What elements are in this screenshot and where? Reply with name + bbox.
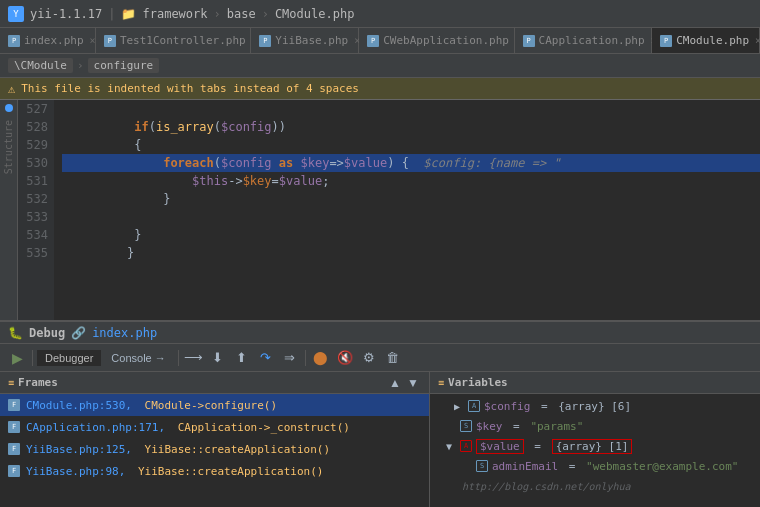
step-out-btn[interactable]: ⬆ [231,348,253,368]
frame-icon-0: F [8,399,20,411]
tabs-bar: P index.php × P Test1Controller.php × P … [0,28,760,54]
tab-icon-1: P [104,35,116,47]
frames-down-btn[interactable]: ▼ [405,375,421,391]
var-name-value: $value [476,439,524,454]
line-numbers: 527 528 529 530 531 532 533 534 535 [18,100,54,320]
debug-file: index.php [92,326,157,340]
frames-nav: ▲ ▼ [387,375,421,391]
frame-file-2: YiiBase.php:125, [26,443,139,456]
tab-index-php[interactable]: P index.php × [0,28,96,53]
sidebar-dot-0[interactable] [5,104,13,112]
tab-more[interactable]: P CModule.php × [652,28,760,53]
frame-file-0: CModule.php:530, [26,399,139,412]
breakpoints-btn[interactable]: ⬤ [310,348,332,368]
breadcrumb-framework: framework [142,7,207,21]
path-bar: \CModule › configure [0,54,760,78]
debug-toolbar: ▶ Debugger Console → ⟶ ⬇ ⬆ ↷ ⇒ ⬤ 🔇 ⚙ 🗑 [0,344,760,372]
file-icon: 🔗 [71,326,86,340]
line-num-535: 535 [18,244,48,262]
clear-btn[interactable]: 🗑 [382,348,404,368]
var-expand-0[interactable]: ▶ [454,401,464,412]
code-area: if(is_array($config)) { foreach($config … [54,100,760,320]
tab-yiibase[interactable]: P YiiBase.php × [251,28,359,53]
settings-btn[interactable]: ⚙ [358,348,380,368]
path-segment-1: configure [88,58,160,73]
variables-panel: ≡ Variables ▶ A $config = {array} [6] S … [430,372,760,507]
var-val-value: {array} [1] [552,439,633,454]
var-name-config: $config [484,400,530,413]
variables-title: Variables [448,376,508,389]
line-num-529: 529 [18,136,48,154]
step-over-btn[interactable]: ⟶ [183,348,205,368]
step-into-btn[interactable]: ⬇ [207,348,229,368]
tab-icon-4: P [523,35,535,47]
tab-icon-2: P [259,35,271,47]
variables-header: ≡ Variables [430,372,760,394]
warning-bar: ⚠ This file is indented with tabs instea… [0,78,760,100]
var-item-value[interactable]: ▼ A $value = {array} [1] [430,436,760,456]
breadcrumb-file: CModule.php [275,7,354,21]
warning-icon: ⚠ [8,82,15,96]
path-segment-0: \CModule [8,58,73,73]
var-expand-value[interactable]: ▼ [446,441,456,452]
debugger-tab[interactable]: Debugger [37,350,101,366]
frame-item-2[interactable]: F YiiBase.php:125, YiiBase::createApplic… [0,438,429,460]
tab-close-0[interactable]: × [90,35,96,46]
eval-btn[interactable]: ⇒ [279,348,301,368]
sep1: | [108,7,115,21]
line-num-530: 530 [18,154,48,172]
var-item-hint: http://blog.csdn.net/onlyhua [430,476,760,496]
frame-file-1: CApplication.php:171, [26,421,172,434]
frames-icon: ≡ [8,377,14,388]
tab-test1controller[interactable]: P Test1Controller.php × [96,28,251,53]
app-version: yii-1.1.17 [30,7,102,21]
warning-text: This file is indented with tabs instead … [21,82,359,95]
code-line-527: if(is_array($config)) [62,100,760,118]
mute-btn[interactable]: 🔇 [334,348,356,368]
frame-item-1[interactable]: F CApplication.php:171, CApplication->_c… [0,416,429,438]
title-bar: Y yii-1.1.17 | 📁 framework › base › CMod… [0,0,760,28]
line-num-534: 534 [18,226,48,244]
tab-icon-5: P [660,35,672,47]
frames-header: ≡ Frames ▲ ▼ [0,372,429,394]
run-cursor-btn[interactable]: ↷ [255,348,277,368]
toolbar-sep-0 [32,350,33,366]
play-button[interactable]: ▶ [6,348,28,368]
var-icon-0: A [468,400,480,412]
var-item-adminemail[interactable]: S adminEmail = "webmaster@example.com" [430,456,760,476]
sep2: › [214,7,221,21]
frames-up-btn[interactable]: ▲ [387,375,403,391]
code-line-533: } [62,208,760,226]
line-num-528: 528 [18,118,48,136]
tab-cwebapp[interactable]: P CWebApplication.php × [359,28,514,53]
var-item-config[interactable]: ▶ A $config = {array} [6] [430,396,760,416]
tab-close-5[interactable]: × [755,35,760,46]
toolbar-sep-2 [305,350,306,366]
tab-capplication[interactable]: P CApplication.php × [515,28,653,53]
editor-area: Structure 527 528 529 530 531 532 533 53… [0,100,760,320]
var-eq-0: = [534,400,554,413]
var-item-key[interactable]: S $key = "params" [430,416,760,436]
frames-list: F CModule.php:530, CModule->configure() … [0,394,429,507]
tab-label-3: CWebApplication.php [383,34,509,47]
debug-title: Debug [29,326,65,340]
frame-file-3: YiiBase.php:98, [26,465,132,478]
frames-title: Frames [18,376,58,389]
structure-label: Structure [3,120,14,174]
console-tab[interactable]: Console → [103,350,173,366]
debug-panels: ≡ Frames ▲ ▼ F CModule.php:530, CModule-… [0,372,760,507]
frame-fn-0: CModule->configure() [145,399,277,412]
toolbar-sep-1 [178,350,179,366]
var-icon-key: S [460,420,472,432]
code-line-535 [62,244,760,262]
frame-item-3[interactable]: F YiiBase.php:98, YiiBase::createApplica… [0,460,429,482]
frame-item-0[interactable]: F CModule.php:530, CModule->configure() [0,394,429,416]
debug-icon: 🐛 [8,326,23,340]
tab-label-4: CApplication.php [539,34,645,47]
tab-label-1: Test1Controller.php [120,34,246,47]
tab-label-5: CModule.php [676,34,749,47]
line-num-531: 531 [18,172,48,190]
code-line-534: } [62,226,760,244]
breadcrumb-base: base [227,7,256,21]
var-name-key: $key [476,420,503,433]
